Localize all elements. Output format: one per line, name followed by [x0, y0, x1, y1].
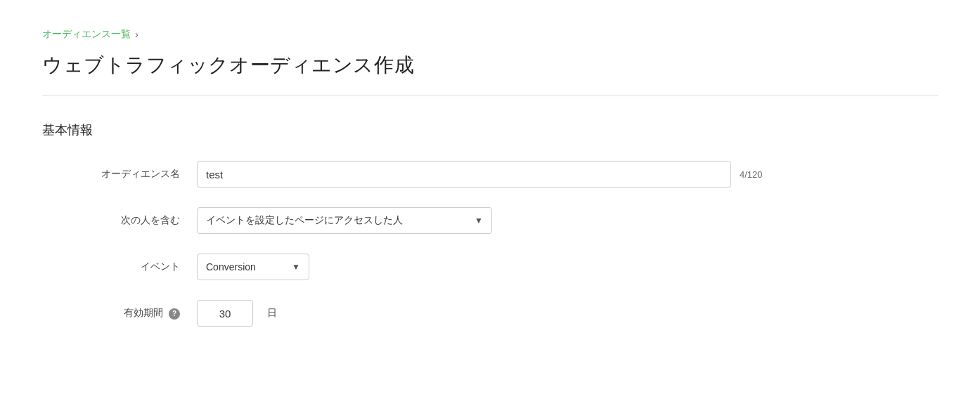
audience-name-label: オーディエンス名	[56, 168, 197, 181]
event-select[interactable]: Conversion ▼	[197, 254, 309, 280]
help-icon[interactable]: ?	[169, 308, 180, 320]
include-people-value: イベントを設定したページにアクセスした人	[206, 214, 403, 227]
breadcrumb-separator: ›	[135, 29, 138, 40]
form-area: オーディエンス名 4/120 次の人を含む イベントを設定したページにアクセスし…	[42, 161, 938, 327]
include-people-row: 次の人を含む イベントを設定したページにアクセスした人 ▼	[56, 207, 938, 234]
validity-row: 有効期間 ? 日	[56, 300, 938, 327]
chevron-down-icon: ▼	[292, 262, 300, 272]
audience-name-input[interactable]	[197, 161, 731, 188]
validity-unit: 日	[267, 307, 277, 320]
event-value: Conversion	[206, 261, 256, 273]
include-people-select[interactable]: イベントを設定したページにアクセスした人 ▼	[197, 207, 492, 234]
chevron-down-icon: ▼	[475, 216, 483, 225]
section-title: 基本情報	[42, 122, 938, 138]
validity-input[interactable]	[197, 300, 253, 327]
event-control: Conversion ▼	[197, 254, 309, 280]
audience-name-control: 4/120	[197, 161, 763, 188]
page-title: ウェブトラフィックオーディエンス作成	[42, 52, 938, 79]
validity-control: 日	[197, 300, 277, 327]
event-row: イベント Conversion ▼	[56, 254, 938, 280]
include-people-control: イベントを設定したページにアクセスした人 ▼	[197, 207, 492, 234]
event-label: イベント	[56, 261, 197, 273]
page-container: オーディエンス一覧 › ウェブトラフィックオーディエンス作成 基本情報 オーディ…	[0, 0, 980, 374]
char-count: 4/120	[740, 169, 763, 180]
audience-name-row: オーディエンス名 4/120	[56, 161, 938, 188]
breadcrumb-link[interactable]: オーディエンス一覧	[42, 28, 131, 41]
breadcrumb: オーディエンス一覧 ›	[42, 28, 938, 41]
divider	[42, 96, 938, 96]
validity-label: 有効期間 ?	[56, 307, 197, 320]
include-people-label: 次の人を含む	[56, 214, 197, 227]
